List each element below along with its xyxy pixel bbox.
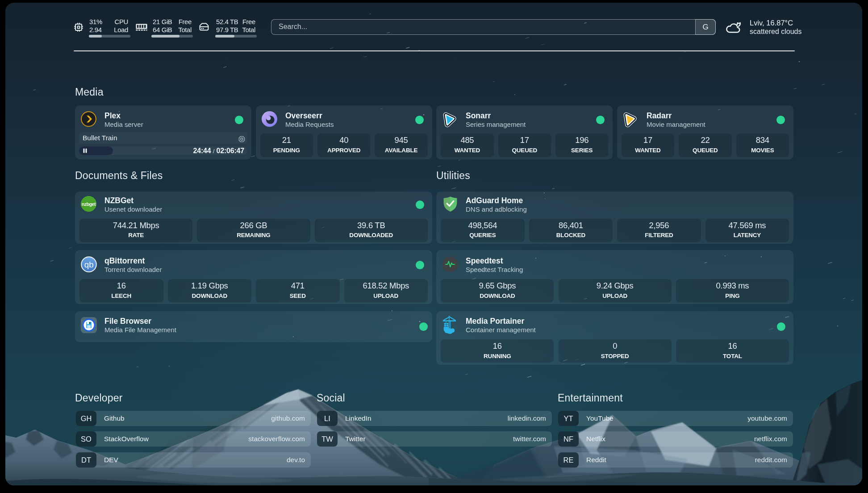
svg-text:nzbget: nzbget: [82, 201, 96, 207]
svg-text:qb: qb: [84, 260, 94, 269]
